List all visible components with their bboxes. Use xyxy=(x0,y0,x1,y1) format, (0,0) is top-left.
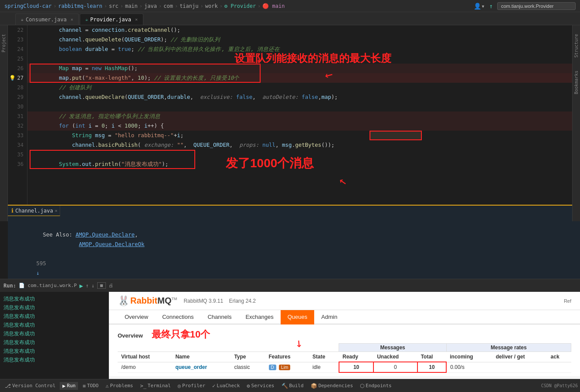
toolbar-build[interactable]: 🔨 Build xyxy=(279,382,306,390)
tab-consumer-close[interactable]: ✕ xyxy=(71,17,73,22)
terminal-label: Terminal xyxy=(148,383,171,389)
th-name-label: Name xyxy=(172,352,231,362)
rmq-erlang-text: Erlang 24.2 xyxy=(229,298,256,304)
channel-tab[interactable]: ℹ Channel.java ✕ xyxy=(8,206,60,216)
tab-consumer-java[interactable]: ☕ Consumer.java ✕ xyxy=(15,14,79,25)
code-line-29: channel.queueDeclare(QUEUE_ORDER,durable… xyxy=(27,92,580,102)
vcs-icon: ⎇ xyxy=(5,383,11,389)
code-line-28: // 创建队列 xyxy=(27,83,580,92)
th-ready: Ready xyxy=(339,352,373,362)
bookmarks-label[interactable]: Bookmarks xyxy=(574,71,579,94)
feature-d-badge: D xyxy=(269,365,276,370)
doc-line-num-595: 595 xyxy=(36,260,49,267)
toolbar-luacheck[interactable]: ✓ LuaCheck xyxy=(210,382,242,390)
line-num-29: 29 xyxy=(8,92,27,102)
rmq-logo: 🐰 RabbitMQTM xyxy=(118,295,177,306)
problems-icon: ⚠ xyxy=(105,383,109,389)
run-toolbar-label: Run xyxy=(67,383,76,389)
line-num-35: 35 xyxy=(8,150,27,159)
tab-provider-java[interactable]: ☕ Provider.java ✕ xyxy=(80,14,143,25)
breadcrumb-springcloud[interactable]: springCloud-car xyxy=(4,3,51,9)
breadcrumb-rabbitmq[interactable]: rabbitmq-learn xyxy=(58,3,102,9)
code-line-27: map.put("x-max-length", 10); // 设置最大的长度,… xyxy=(27,73,580,83)
td-vhost: /demo xyxy=(118,362,172,372)
breadcrumb-provider[interactable]: ⚙ Provider xyxy=(224,3,256,9)
code-line-31: // 发送消息, 指定给哪个队列上发消息 xyxy=(27,112,580,121)
annotation-max-length: 设置队列能接收的消息的最大长度 xyxy=(234,51,391,65)
toolbar-dependencies[interactable]: 📦 Dependencies xyxy=(308,382,356,390)
toolbar-version-control[interactable]: ⎇ Version Control xyxy=(2,382,58,390)
breadcrumb-com[interactable]: com xyxy=(163,3,173,9)
rmq-content-header: Overview 最终只拿10个 xyxy=(118,328,571,341)
line-num-24: 24 xyxy=(8,44,27,54)
breadcrumb-java[interactable]: java xyxy=(144,3,157,9)
line-num-22: 22 xyxy=(8,25,27,35)
th-ack: ack xyxy=(547,352,571,362)
doc-link1[interactable]: AMQP.Queue.Declare xyxy=(75,231,134,238)
nav-admin[interactable]: Admin xyxy=(314,310,344,324)
build-icon: 🔨 xyxy=(282,383,288,389)
run-arrow-up[interactable]: ↑ xyxy=(86,283,89,289)
rmq-refresh[interactable]: Ref xyxy=(564,298,571,304)
toolbar-profiler[interactable]: ◎ Profiler xyxy=(175,382,208,390)
channel-tab-close[interactable]: ✕ xyxy=(55,208,58,213)
nav-connections[interactable]: Connections xyxy=(155,310,200,324)
problems-label: Problems xyxy=(110,383,133,389)
run-arrow-down[interactable]: ↓ xyxy=(92,283,95,289)
endpoints-icon: ⬡ xyxy=(360,383,364,389)
td-ack xyxy=(547,362,571,372)
nav-queues[interactable]: Queues xyxy=(281,310,315,324)
dependencies-icon: 📦 xyxy=(311,383,317,389)
toolbar-problems[interactable]: ⚠ Problems xyxy=(103,382,136,390)
run-bar: Run: 📄 com.tianju.work.P ▶ ↑ ↓ ⏹ 🖨 xyxy=(0,279,580,292)
run-play-btn[interactable]: ▶ xyxy=(79,282,83,289)
user-icon[interactable]: 👤▾ xyxy=(474,3,485,10)
toolbar-services[interactable]: ⚙ Services xyxy=(244,382,277,390)
code-line-23: channel.queueDelete(QUEUE_ORDER); // 先删除… xyxy=(27,35,580,44)
line-num-27: 💡27 xyxy=(8,73,27,83)
th-total: Total xyxy=(417,352,447,362)
tab-provider-close[interactable]: ✕ xyxy=(135,17,138,22)
class-search-input[interactable] xyxy=(497,2,576,10)
nav-overview[interactable]: Overview xyxy=(118,310,155,324)
git-icon[interactable]: ↑ xyxy=(489,3,493,10)
breadcrumb-tianju[interactable]: tianju xyxy=(180,3,198,9)
breadcrumb-main2[interactable]: 🔴 main xyxy=(262,3,285,9)
toolbar-endpoints[interactable]: ⬡ Endpoints xyxy=(357,382,394,390)
editor-area: 22 23 24 25 26 💡27 28 29 30 31 32 33 34 … xyxy=(8,25,580,230)
left-sidebar: Project xyxy=(0,25,8,221)
toolbar-terminal[interactable]: >_ Terminal xyxy=(137,382,173,390)
breadcrumb-work[interactable]: work xyxy=(205,3,218,9)
profiler-label: Profiler xyxy=(182,383,205,389)
line-num-25: 25 xyxy=(8,54,27,64)
luacheck-icon: ✓ xyxy=(212,383,215,389)
output-lines: 消息发布成功 消息发布成功 消息发布成功 消息发布成功 消息发布成功 消息发布成… xyxy=(0,294,109,365)
doc-method-line2: Map<String, Object> arguments) throws IO… xyxy=(17,259,571,268)
td-total: 10 xyxy=(417,362,447,372)
td-state: idle xyxy=(309,362,339,372)
doc-method-line1: 595 ↓ Queue.DeclareOk queueDeclare (Stri… xyxy=(17,249,571,259)
services-icon: ⚙ xyxy=(247,383,250,389)
breadcrumb-bar: springCloud-car › rabbitmq-learn › src ›… xyxy=(0,0,580,12)
toolbar-run[interactable]: ▶ Run xyxy=(60,382,78,390)
project-panel-label[interactable]: Project xyxy=(1,34,6,52)
structure-label[interactable]: Structure xyxy=(574,34,579,57)
doc-link2[interactable]: AMQP.Queue.DeclareOk xyxy=(79,241,145,247)
lightbulb-icon[interactable]: 💡 xyxy=(9,73,16,83)
td-name[interactable]: queue_order xyxy=(172,362,231,372)
line-num-28: 28 xyxy=(8,83,27,92)
nav-exchanges[interactable]: Exchanges xyxy=(238,310,280,324)
nav-channels[interactable]: Channels xyxy=(200,310,238,324)
profiler-icon: ◎ xyxy=(178,383,181,389)
td-incoming: 0.00/s xyxy=(446,362,492,372)
doc-see-also: See Also: AMQP.Queue.Declare, xyxy=(17,220,571,230)
breadcrumb-main[interactable]: main xyxy=(125,3,138,9)
see-also-text: See Also: xyxy=(36,231,75,238)
run-stop-btn[interactable]: ⏹ xyxy=(97,282,106,289)
run-toolbar-icon: ▶ xyxy=(62,383,65,389)
run-printer-btn[interactable]: 🖨 xyxy=(109,283,113,288)
tabs-bar: ☕ Consumer.java ✕ ☕ Provider.java ✕ xyxy=(0,12,580,25)
toolbar-todo[interactable]: ≡ TODO xyxy=(80,382,101,390)
tab-provider-label: Provider.java xyxy=(90,17,131,23)
breadcrumb-src[interactable]: src xyxy=(109,3,119,9)
